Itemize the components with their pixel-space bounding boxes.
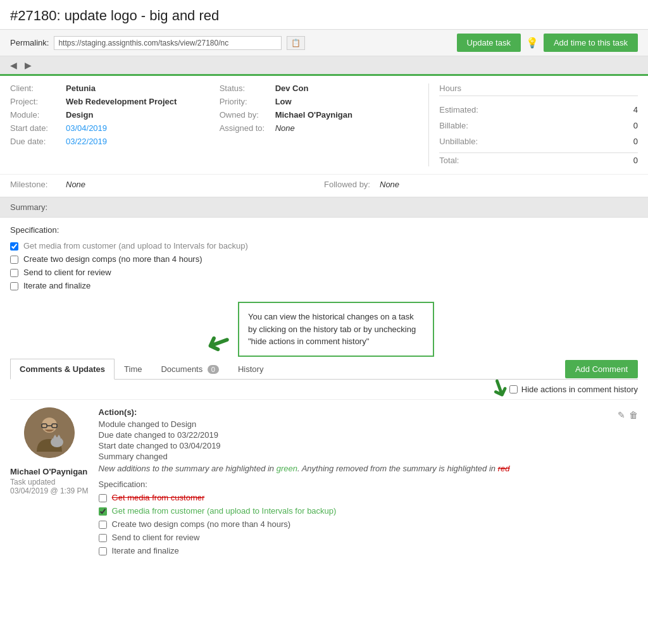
spec-item-3: Send to client for review — [10, 268, 638, 277]
comment-spec-checkbox-2[interactable] — [99, 507, 107, 516]
priority-row: Priority: Low — [220, 97, 429, 106]
specification-title: Specification: — [10, 225, 638, 235]
due-date-value: 03/22/2019 — [66, 137, 107, 146]
milestone-value: None — [66, 180, 85, 189]
spec-checkbox-4[interactable] — [10, 282, 18, 290]
comment-spec-checkbox-5[interactable] — [99, 547, 107, 555]
start-date-label: Start date: — [10, 123, 61, 133]
prev-arrow-icon[interactable]: ◀ — [10, 60, 17, 70]
nav-bar: ◀ ▶ — [0, 56, 648, 76]
spec-in-comment-label: Specification: — [99, 480, 638, 489]
tooltip-text: You can view the historical changes on a… — [248, 312, 416, 346]
add-comment-button[interactable]: Add Comment — [565, 360, 638, 378]
documents-badge: 0 — [208, 365, 219, 374]
comment-date: 03/04/2019 @ 1:39 PM — [10, 486, 89, 495]
edit-comment-button[interactable]: ✎ — [618, 410, 625, 420]
left-arrow-icon: ➜ — [202, 325, 236, 362]
project-value: Web Redevelopment Project — [66, 97, 177, 106]
task-details: Client: Petunia Project: Web Redevelopme… — [0, 76, 648, 174]
comment-spec-item-4: Send to client for review — [99, 533, 638, 542]
client-row: Client: Petunia — [10, 84, 220, 93]
spec-item-4: Iterate and finalize — [10, 281, 638, 290]
action-line-3: Start date changed to 03/04/2019 — [99, 441, 510, 450]
tooltip-area: ➜ You can view the historical changes on… — [10, 302, 638, 359]
spec-checkbox-1[interactable] — [10, 242, 18, 251]
unbillable-label: Unbillable: — [439, 137, 478, 146]
down-arrow-area: Hide actions in comment history ➜ — [10, 380, 638, 399]
italic-note: New additions to the summary are highlig… — [99, 464, 510, 473]
unbillable-value: 0 — [633, 137, 638, 146]
add-time-button[interactable]: Add time to this task — [544, 34, 638, 52]
owned-by-value: Michael O'Paynigan — [275, 110, 352, 120]
owned-by-row: Owned by: Michael O'Paynigan — [220, 110, 429, 120]
followed-by-label: Followed by: — [324, 180, 375, 189]
tab-time[interactable]: Time — [115, 359, 151, 380]
update-task-button[interactable]: Update task — [457, 34, 521, 52]
comment-spec-item-5: Iterate and finalize — [99, 546, 638, 555]
comment-spec-item-3: Create two design comps (no more than 4 … — [99, 519, 638, 529]
delete-comment-button[interactable]: 🗑 — [629, 410, 638, 420]
summary-bar: Summary: — [0, 197, 648, 218]
comment-spec-item-1: Get media from customer — [99, 493, 638, 502]
comment-entry: Michael O'Paynigan Task updated 03/04/20… — [10, 399, 638, 567]
total-label: Total: — [439, 156, 459, 165]
priority-value: Low — [275, 97, 292, 106]
copy-button[interactable]: 📋 — [287, 36, 305, 50]
hours-title: Hours — [439, 84, 638, 96]
module-value: Design — [66, 110, 93, 120]
comment-spec-text-3: Create two design comps (no more than 4 … — [112, 519, 291, 529]
tabs-section: Comments & Updates Time Documents 0 Hist… — [0, 359, 648, 567]
billable-row: Billable: 0 — [439, 120, 638, 132]
comment-spec-checkbox-4[interactable] — [99, 534, 107, 542]
due-date-row: Due date: 03/22/2019 — [10, 137, 220, 146]
spec-checkbox-3[interactable] — [10, 269, 18, 277]
specification-section: Specification: Get media from customer (… — [0, 218, 648, 302]
start-date-value: 03/04/2019 — [66, 123, 107, 133]
lightbulb-icon: 💡 — [526, 37, 539, 49]
project-label: Project: — [10, 97, 61, 106]
followed-by-value: None — [380, 180, 399, 189]
permalink-input[interactable] — [54, 36, 282, 50]
milestone-row: Milestone: None Followed by: None — [0, 174, 648, 197]
hours-col: Hours Estimated: 4 Billable: 0 Unbillabl… — [428, 84, 638, 166]
tooltip-box: You can view the historical changes on a… — [238, 302, 434, 357]
hide-actions-label[interactable]: Hide actions in comment history — [509, 385, 638, 394]
comment-spec-item-2: Get media from customer (and upload to I… — [99, 506, 638, 516]
spec-item-1: Get media from customer (and upload to I… — [10, 241, 638, 251]
avatar — [24, 407, 75, 458]
permalink-bar: Permalink: 📋 Update task 💡 Add time to t… — [0, 29, 648, 56]
estimated-row: Estimated: 4 — [439, 104, 638, 116]
actions-title: Action(s): — [99, 407, 510, 417]
spec-in-comment: Specification: Get media from customer G… — [99, 480, 638, 555]
comment-spec-checkbox-1[interactable] — [99, 494, 107, 502]
italic-note-before: New additions to the summary are highlig… — [99, 464, 277, 473]
commenter-name: Michael O'Paynigan — [10, 467, 89, 476]
comment-spec-checkbox-3[interactable] — [99, 521, 107, 529]
comment-meta: Michael O'Paynigan Task updated 03/04/20… — [10, 467, 89, 495]
assigned-to-label: Assigned to: — [220, 123, 270, 133]
tab-comments-updates[interactable]: Comments & Updates — [10, 359, 115, 380]
priority-label: Priority: — [220, 97, 270, 106]
summary-label: Summary: — [10, 202, 47, 212]
next-arrow-icon[interactable]: ▶ — [25, 60, 32, 70]
spec-text-2: Create two design comps (no more than 4 … — [23, 254, 202, 264]
action-line-2: Due date changed to 03/22/2019 — [99, 430, 510, 440]
assigned-to-row: Assigned to: None — [220, 123, 429, 133]
italic-note-green: green — [277, 464, 297, 473]
milestone-label: Milestone: — [10, 180, 61, 189]
spec-text-1: Get media from customer (and upload to I… — [23, 241, 248, 251]
spec-checkbox-2[interactable] — [10, 256, 18, 264]
client-label: Client: — [10, 84, 61, 93]
comment-options: Hide actions in comment history — [10, 380, 638, 399]
milestone-item: Milestone: None — [10, 180, 324, 189]
tab-history[interactable]: History — [228, 359, 273, 380]
page-title: #27180: update logo - big and red — [0, 0, 648, 29]
unbillable-row: Unbillable: 0 — [439, 135, 638, 147]
comment-spec-text-1: Get media from customer — [112, 493, 205, 502]
italic-note-red: red — [498, 464, 510, 473]
detail-col-left: Client: Petunia Project: Web Redevelopme… — [10, 84, 220, 166]
status-label: Status: — [220, 84, 270, 93]
billable-label: Billable: — [439, 121, 468, 130]
start-date-row: Start date: 03/04/2019 — [10, 123, 220, 133]
estimated-value: 4 — [633, 105, 638, 115]
